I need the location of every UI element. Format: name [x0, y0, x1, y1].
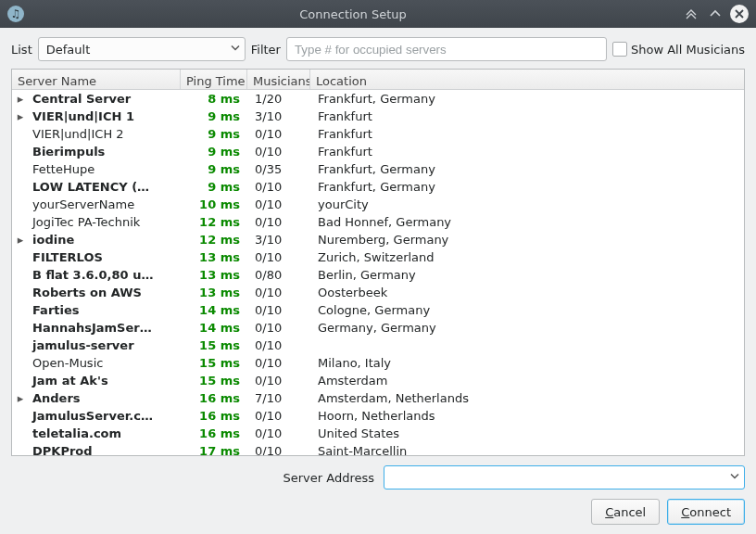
cell-location: Amsterdam: [312, 374, 744, 388]
table-row[interactable]: HannahsJamSer…14 ms0/10Germany, Germany: [12, 319, 744, 337]
table-row[interactable]: B flat 3.6.0,80 u…13 ms0/80Berlin, Germa…: [12, 266, 744, 284]
cell-location: Nuremberg, Germany: [312, 233, 744, 247]
cell-ping-time: 9 ms: [183, 162, 249, 176]
th-musicians[interactable]: Musicians: [247, 70, 310, 89]
cell-ping-time: 13 ms: [183, 286, 249, 299]
table-row[interactable]: Open-Music15 ms0/10Milano, Italy: [12, 354, 744, 372]
table-row[interactable]: FetteHupe9 ms0/35Frankfurt, Germany: [12, 160, 744, 178]
cell-musicians: 0/10: [249, 303, 312, 317]
table-row[interactable]: DPKProd17 ms0/10Saint-Marcellin: [12, 442, 744, 456]
table-row[interactable]: ▸Central Server8 ms1/20Frankfurt, German…: [12, 90, 744, 108]
cell-server-name: Central Server: [27, 92, 183, 106]
cell-ping-time: 14 ms: [183, 321, 249, 335]
maximize-icon[interactable]: [706, 5, 724, 23]
cell-server-name: HannahsJamSer…: [27, 321, 183, 335]
table-row[interactable]: VIER|und|ICH 29 ms0/10Frankfurt: [12, 125, 744, 143]
expand-caret-icon[interactable]: ▸: [14, 92, 27, 106]
table-row[interactable]: LOW LATENCY (…9 ms0/10Frankfurt, Germany: [12, 178, 744, 196]
cell-location: yourCity: [312, 197, 744, 211]
cell-ping-time: 15 ms: [183, 356, 249, 370]
server-table: Server Name Ping Time Musicians Location…: [11, 69, 745, 456]
cell-location: Cologne, Germany: [312, 303, 744, 317]
cell-ping-time: 9 ms: [183, 109, 249, 123]
table-row[interactable]: ▸iodine12 ms3/10Nuremberg, Germany: [12, 231, 744, 248]
cell-ping-time: 15 ms: [183, 374, 249, 388]
cell-server-name: teletalia.com: [27, 426, 183, 440]
list-dropdown[interactable]: Default: [38, 37, 246, 61]
cell-musicians: 3/10: [249, 109, 312, 123]
cell-location: Milano, Italy: [312, 356, 744, 370]
cell-ping-time: 15 ms: [183, 338, 249, 352]
cell-location: Frankfurt, Germany: [312, 92, 744, 106]
cancel-button[interactable]: Cancel: [591, 499, 660, 525]
server-address-input[interactable]: [392, 466, 724, 489]
cell-location: Amsterdam, Netherlands: [312, 391, 744, 405]
cell-ping-time: 16 ms: [183, 391, 249, 405]
table-row[interactable]: yourServerName10 ms0/10yourCity: [12, 196, 744, 213]
expand-caret-icon[interactable]: ▸: [14, 233, 27, 247]
table-body[interactable]: ▸Central Server8 ms1/20Frankfurt, German…: [12, 90, 744, 456]
button-row: Cancel Connect: [0, 493, 756, 534]
th-server-name[interactable]: Server Name: [12, 70, 181, 89]
cell-server-name: DPKProd: [27, 444, 183, 456]
cell-musicians: 0/10: [249, 409, 312, 423]
cell-location: Frankfurt, Germany: [312, 180, 744, 194]
cell-musicians: 0/10: [249, 250, 312, 264]
cell-ping-time: 9 ms: [183, 180, 249, 194]
cell-musicians: 1/20: [249, 92, 312, 106]
cell-location: Hoorn, Netherlands: [312, 409, 744, 423]
cell-musicians: 0/10: [249, 444, 312, 456]
th-location[interactable]: Location: [310, 70, 744, 89]
expand-caret-icon[interactable]: ▸: [14, 109, 27, 123]
cell-musicians: 0/10: [249, 321, 312, 335]
cell-server-name: iodine: [27, 233, 183, 247]
table-row[interactable]: Roberts on AWS13 ms0/10Oosterbeek: [12, 284, 744, 301]
close-icon[interactable]: [730, 5, 749, 23]
show-all-musicians-checkbox[interactable]: Show All Musicians: [612, 42, 745, 57]
table-row[interactable]: ▸Anders16 ms7/10Amsterdam, Netherlands: [12, 389, 744, 407]
cell-musicians: 0/10: [249, 338, 312, 352]
cell-musicians: 0/10: [249, 127, 312, 141]
table-row[interactable]: Farties14 ms0/10Cologne, Germany: [12, 301, 744, 319]
cell-ping-time: 17 ms: [183, 444, 249, 456]
cell-server-name: Roberts on AWS: [27, 286, 183, 299]
table-row[interactable]: FILTERLOS13 ms0/10Zurich, Switzerland: [12, 248, 744, 266]
cell-musicians: 0/35: [249, 162, 312, 176]
cell-ping-time: 10 ms: [183, 197, 249, 211]
table-row[interactable]: Bierimpuls9 ms0/10Frankfurt: [12, 143, 744, 160]
th-ping-time[interactable]: Ping Time: [181, 70, 247, 89]
cell-location: Frankfurt: [312, 127, 744, 141]
table-row[interactable]: JamulusServer.c…16 ms0/10Hoorn, Netherla…: [12, 407, 744, 425]
cell-server-name: B flat 3.6.0,80 u…: [27, 268, 183, 282]
table-row[interactable]: ▸VIER|und|ICH 19 ms3/10Frankfurt: [12, 108, 744, 125]
table-row[interactable]: jamulus-server15 ms0/10: [12, 337, 744, 354]
cell-musicians: 0/10: [249, 197, 312, 211]
cell-ping-time: 16 ms: [183, 409, 249, 423]
controls-row: List Default Filter Show All Musicians: [0, 28, 756, 69]
cell-ping-time: 13 ms: [183, 250, 249, 264]
expand-caret-icon[interactable]: ▸: [14, 391, 27, 405]
cell-location: Frankfurt: [312, 109, 744, 123]
cell-ping-time: 9 ms: [183, 145, 249, 159]
minimize-icon[interactable]: [682, 5, 700, 23]
cell-server-name: Anders: [27, 391, 183, 405]
cell-server-name: VIER|und|ICH 1: [27, 109, 183, 123]
cell-location: Berlin, Germany: [312, 268, 744, 282]
cell-server-name: FILTERLOS: [27, 250, 183, 264]
cell-server-name: VIER|und|ICH 2: [27, 127, 183, 141]
cell-server-name: Open-Music: [27, 356, 183, 370]
table-row[interactable]: JogiTec PA-Technik12 ms0/10Bad Honnef, G…: [12, 213, 744, 231]
server-address-row: Server Address: [0, 456, 756, 493]
table-row[interactable]: teletalia.com16 ms0/10United States: [12, 425, 744, 442]
cell-musicians: 0/10: [249, 145, 312, 159]
cell-musicians: 3/10: [249, 233, 312, 247]
cell-server-name: Bierimpuls: [27, 145, 183, 159]
list-label: List: [11, 43, 32, 57]
cell-location: Oosterbeek: [312, 286, 744, 299]
server-address-combo[interactable]: [384, 465, 745, 490]
filter-input[interactable]: [286, 37, 607, 61]
table-row[interactable]: Jam at Ak's15 ms0/10Amsterdam: [12, 372, 744, 389]
cell-location: United States: [312, 426, 744, 440]
connect-button[interactable]: Connect: [667, 499, 745, 525]
cell-ping-time: 12 ms: [183, 215, 249, 229]
